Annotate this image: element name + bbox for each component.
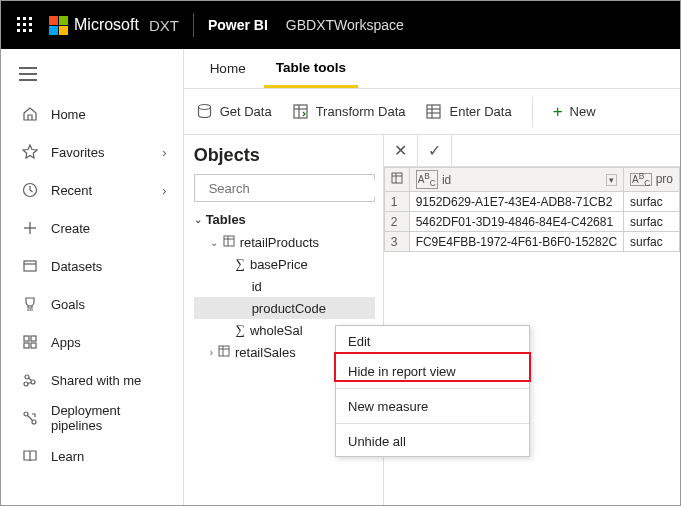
rownum-header[interactable] bbox=[384, 168, 409, 192]
tree-field-id[interactable]: id bbox=[194, 275, 375, 297]
get-data-button[interactable]: Get Data bbox=[196, 103, 272, 120]
menu-separator bbox=[336, 388, 529, 389]
chevron-right-icon: › bbox=[210, 347, 213, 358]
home-icon bbox=[19, 106, 41, 122]
objects-title: Objects bbox=[194, 145, 375, 166]
tree-label: basePrice bbox=[250, 257, 308, 272]
svg-point-24 bbox=[24, 412, 28, 416]
svg-rect-2 bbox=[29, 17, 32, 20]
menu-item-unhide[interactable]: Unhide all bbox=[336, 426, 529, 456]
table-row[interactable]: 3FC9E4FBB-1972-4F61-B6F0-15282Csurfac bbox=[384, 232, 679, 252]
new-button[interactable]: + New bbox=[553, 102, 596, 122]
sidebar-item-apps[interactable]: Apps bbox=[1, 323, 183, 361]
tab-home[interactable]: Home bbox=[198, 49, 258, 88]
menu-item-hide[interactable]: Hide in report view bbox=[336, 356, 529, 386]
grid-toolbar: ✕ ✓ bbox=[384, 135, 680, 167]
sidebar-item-label: Create bbox=[51, 221, 167, 236]
sidebar-item-label: Datasets bbox=[51, 259, 167, 274]
cell[interactable]: 9152D629-A1E7-43E4-ADB8-71CB2 bbox=[409, 192, 623, 212]
tree-field-baseprice[interactable]: ∑ basePrice bbox=[194, 253, 375, 275]
sidebar: Home Favorites › Recent › Create Dataset… bbox=[1, 49, 184, 505]
cell[interactable]: surfac bbox=[624, 192, 680, 212]
dropdown-icon[interactable]: ▾ bbox=[606, 174, 617, 186]
ribbon-label: Get Data bbox=[220, 104, 272, 119]
col-header-pro[interactable]: ABC pro bbox=[624, 168, 680, 192]
sidebar-item-pipelines[interactable]: Deployment pipelines bbox=[1, 399, 183, 437]
col-label: pro bbox=[656, 172, 673, 186]
sigma-icon: ∑ bbox=[236, 322, 245, 338]
svg-rect-4 bbox=[23, 23, 26, 26]
sidebar-item-create[interactable]: Create bbox=[1, 209, 183, 247]
menu-item-new-measure[interactable]: New measure bbox=[336, 391, 529, 421]
row-num: 1 bbox=[384, 192, 409, 212]
apps-icon bbox=[19, 334, 41, 350]
share-icon bbox=[19, 372, 41, 388]
transform-data-button[interactable]: Transform Data bbox=[292, 103, 406, 120]
tree-field-productcode[interactable]: productCode bbox=[194, 297, 375, 319]
svg-rect-20 bbox=[31, 343, 36, 348]
svg-point-22 bbox=[31, 380, 35, 384]
col-header-id[interactable]: ABC id ▾ bbox=[409, 168, 623, 192]
cell[interactable]: surfac bbox=[624, 212, 680, 232]
microsoft-logo: Microsoft bbox=[49, 16, 139, 35]
cell[interactable]: 5462DF01-3D19-4846-84E4-C42681 bbox=[409, 212, 623, 232]
confirm-button[interactable]: ✓ bbox=[418, 135, 452, 166]
tables-label: Tables bbox=[206, 212, 246, 227]
divider bbox=[193, 13, 194, 37]
svg-rect-8 bbox=[29, 29, 32, 32]
brand-text: Microsoft bbox=[74, 16, 139, 34]
table-icon bbox=[218, 345, 230, 360]
svg-point-23 bbox=[24, 382, 28, 386]
star-icon bbox=[19, 144, 41, 160]
tree-label: wholeSal bbox=[250, 323, 303, 338]
table-row[interactable]: 19152D629-A1E7-43E4-ADB8-71CB2surfac bbox=[384, 192, 679, 212]
enter-data-button[interactable]: Enter Data bbox=[425, 103, 511, 120]
table-icon bbox=[391, 173, 403, 187]
sidebar-item-shared[interactable]: Shared with me bbox=[1, 361, 183, 399]
svg-rect-1 bbox=[23, 17, 26, 20]
clock-icon bbox=[19, 182, 41, 198]
tree-table-retailproducts[interactable]: ⌄ retailProducts bbox=[194, 231, 375, 253]
sidebar-item-recent[interactable]: Recent › bbox=[1, 171, 183, 209]
row-num: 2 bbox=[384, 212, 409, 232]
tab-table-tools[interactable]: Table tools bbox=[264, 49, 358, 88]
search-input[interactable] bbox=[194, 174, 375, 202]
search-field[interactable] bbox=[207, 180, 379, 197]
sidebar-item-favorites[interactable]: Favorites › bbox=[1, 133, 183, 171]
sidebar-item-datasets[interactable]: Datasets bbox=[1, 247, 183, 285]
type-icon: ABC bbox=[416, 170, 438, 189]
menu-separator bbox=[336, 423, 529, 424]
svg-point-25 bbox=[32, 420, 36, 424]
svg-rect-27 bbox=[294, 105, 307, 118]
sidebar-item-learn[interactable]: Learn bbox=[1, 437, 183, 475]
chevron-right-icon: › bbox=[162, 183, 166, 198]
plus-icon: + bbox=[553, 102, 563, 122]
hamburger-icon[interactable] bbox=[1, 53, 183, 95]
sidebar-item-goals[interactable]: Goals bbox=[1, 285, 183, 323]
box-icon bbox=[19, 258, 41, 274]
divider bbox=[532, 97, 533, 127]
sidebar-item-label: Apps bbox=[51, 335, 167, 350]
col-label: id bbox=[442, 173, 451, 187]
svg-rect-39 bbox=[219, 346, 229, 356]
app-launcher-icon[interactable] bbox=[1, 17, 49, 33]
tables-header[interactable]: ⌄ Tables bbox=[194, 212, 375, 227]
svg-rect-42 bbox=[392, 173, 402, 183]
svg-rect-5 bbox=[29, 23, 32, 26]
cell[interactable]: surfac bbox=[624, 232, 680, 252]
sidebar-item-label: Favorites bbox=[51, 145, 162, 160]
sidebar-item-home[interactable]: Home bbox=[1, 95, 183, 133]
plus-icon bbox=[19, 220, 41, 236]
table-row[interactable]: 25462DF01-3D19-4846-84E4-C42681surfac bbox=[384, 212, 679, 232]
menu-item-edit[interactable]: Edit bbox=[336, 326, 529, 356]
svg-rect-0 bbox=[17, 17, 20, 20]
data-table: ABC id ▾ ABC pro 19152D629-A1E7 bbox=[384, 167, 680, 252]
ribbon-label: New bbox=[570, 104, 596, 119]
trophy-icon bbox=[19, 296, 41, 312]
product-label: Power BI bbox=[208, 17, 268, 33]
cell[interactable]: FC9E4FBB-1972-4F61-B6F0-15282C bbox=[409, 232, 623, 252]
row-num: 3 bbox=[384, 232, 409, 252]
svg-rect-30 bbox=[427, 105, 440, 118]
cancel-button[interactable]: ✕ bbox=[384, 135, 418, 166]
svg-rect-18 bbox=[31, 336, 36, 341]
